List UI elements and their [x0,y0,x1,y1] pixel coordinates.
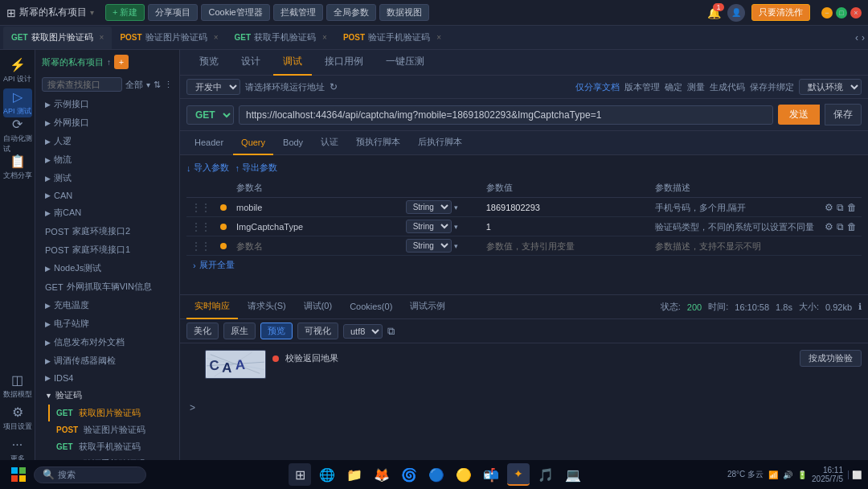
taskbar-app-4[interactable]: 🦊 [371,463,393,486]
default-env-select[interactable]: 默认环境 [799,79,862,95]
validate-btn[interactable]: 按成功验验 [800,350,862,367]
param-copy-icon[interactable]: ⧉ [837,202,844,213]
copy-icon[interactable]: ⧉ [387,325,395,338]
param-settings-icon[interactable]: ⚙ [825,202,833,213]
tab-preview[interactable]: 预览 [190,50,228,76]
mock-button[interactable]: 拦截管理 [273,4,323,21]
taskbar-app-7[interactable]: 🟡 [452,463,475,486]
encoding-select[interactable]: utf8 [343,324,383,339]
sidebar-sub-verify-img[interactable]: POST 验证图片验证码 [48,421,179,438]
sidebar-item-nodejs[interactable]: ▶ NodeJs测试 [35,259,179,277]
param-type-select[interactable]: String [406,220,452,233]
api-tab-1[interactable]: POST 验证图片验证码 × [112,27,226,49]
taskbar-app-9[interactable]: ✦ [507,463,530,486]
taskbar-search[interactable]: 🔍 搜索 [34,466,146,483]
visual-btn[interactable]: 可视化 [297,323,338,339]
sidebar-item-charge[interactable]: ▶ 充电温度 [35,296,179,314]
user-avatar[interactable]: 👤 [727,4,745,22]
expand-response-btn[interactable]: > [190,402,195,413]
tab-debug[interactable]: 调试 [273,50,312,76]
params-tab-query[interactable]: Query [233,131,273,155]
tab-stress[interactable]: 一键压测 [376,50,434,76]
collab-button[interactable]: 只要清洗作 [751,4,810,21]
left-nav-auto[interactable]: ⟳ 自动化测试 [3,121,32,150]
taskbar-time[interactable]: 16:11 2025/7/5 [812,466,843,483]
battery-icon[interactable]: 🔋 [797,471,807,479]
raw-btn[interactable]: 原生 [223,323,256,339]
param-value-input[interactable] [486,203,646,212]
sidebar-item-sensor[interactable]: ▶ 调酒传感器阈检 [35,351,179,370]
param-type-select[interactable]: String [406,239,452,253]
close-button[interactable]: × [850,7,862,18]
maximize-button[interactable]: □ [836,7,847,18]
param-type-select[interactable]: String [406,200,452,214]
sidebar-item-renlu[interactable]: ▶ 人逻 [35,132,179,150]
preview-btn[interactable]: 预览 [260,323,293,339]
sidebar-item-vin[interactable]: GET 外网抓取车辆VIN信息 [35,277,179,296]
tab-close[interactable]: × [214,33,219,42]
api-tab-0[interactable]: GET 获取图片验证码 × [3,27,112,49]
share-doc-btn[interactable]: 仅分享文档 [575,81,620,93]
sidebar-item-can[interactable]: ▶ CAN [35,187,179,203]
sidebar-item-ebadge[interactable]: ▶ 电子站牌 [35,314,179,333]
param-delete-icon[interactable]: 🗑 [847,202,857,213]
expand-all-btn[interactable]: › 展开全量 [186,256,862,274]
param-value-input[interactable] [486,241,646,251]
sidebar-item-nancan[interactable]: ▶ 南CAN [35,203,179,222]
sort-icon[interactable]: ⇅ [154,80,161,90]
minimize-button[interactable]: − [821,7,833,18]
api-tab-3[interactable]: POST 验证手机验证码 × [335,27,449,49]
left-nav-api[interactable]: ⚡ API 设计 [3,56,32,85]
show-desktop-btn[interactable]: ⬜ [848,471,862,479]
params-tab-header[interactable]: Header [186,131,231,155]
sidebar-new-button[interactable]: + [114,55,129,69]
sidebar-item-examples[interactable]: ▶ 示例接口 [35,95,179,113]
param-name-input[interactable] [236,241,396,251]
url-input[interactable] [239,105,773,125]
params-tab-body[interactable]: Body [275,131,311,155]
notification-icon[interactable]: 🔔1 [707,6,721,19]
param-desc-input[interactable] [655,241,815,251]
share-button[interactable]: 分享项目 [148,4,198,21]
sidebar-sub-get-captcha[interactable]: GET 获取图片验证码 [48,405,179,421]
taskbar-app-2[interactable]: 🌐 [316,463,338,486]
upload-icon[interactable]: ↑ [107,58,111,67]
left-nav-data[interactable]: ◫ 数据模型 [3,372,32,401]
sidebar-item-home1[interactable]: POST 家庭环境接口1 [35,240,179,259]
sidebar-item-info[interactable]: ▶ 信息发布对外文档 [35,333,179,351]
drag-handle[interactable]: ⋮⋮ [191,221,211,232]
response-tab-debug[interactable]: 调试(0) [296,295,340,319]
volume-icon[interactable]: 🔊 [783,471,792,479]
param-copy-icon[interactable]: ⧉ [837,221,844,232]
param-name-input[interactable] [236,222,396,232]
taskbar-app-5[interactable]: 🌀 [398,463,420,486]
save-bind-btn[interactable]: 保存并绑定 [750,81,794,93]
sidebar-item-ceshi[interactable]: ▶ 测试 [35,169,179,187]
sidebar-item-ids4[interactable]: ▶ IDS4 [35,370,179,386]
sidebar-item-captcha-group[interactable]: ▼ 验证码 [35,386,179,405]
more-options-icon[interactable]: ⋮ [164,80,173,90]
beautify-btn[interactable]: 美化 [186,323,219,339]
env-select[interactable]: 开发中 [186,79,240,95]
response-tab-headers[interactable]: 请求头(S) [240,295,294,319]
next-tab[interactable]: › [862,32,865,43]
codegen-btn[interactable]: 生成代码 [710,81,745,93]
left-nav-test[interactable]: ▷ API 测试 [3,88,32,117]
drag-handle[interactable]: ⋮⋮ [191,202,211,213]
params-button[interactable]: 全局参数 [326,4,376,21]
api-tab-2[interactable]: GET 获取手机验证码 × [226,27,334,49]
taskbar-app-11[interactable]: 💻 [562,463,584,486]
taskbar-app-10[interactable]: 🎵 [534,463,557,486]
param-desc-input[interactable] [655,222,815,232]
cookie-button[interactable]: Cookie管理器 [201,4,269,21]
response-tab-realtime[interactable]: 实时响应 [186,295,238,319]
measure-btn[interactable]: 测量 [687,81,705,93]
tab-close[interactable]: × [100,33,104,42]
filter-arrow[interactable]: ▾ [146,80,150,89]
export-params-btn[interactable]: ↑ 导出参数 [235,162,278,174]
taskbar-app-1[interactable]: ⊞ [289,463,311,486]
sidebar-item-home2[interactable]: POST 家庭环境接口2 [35,222,179,240]
sidebar-item-wuliu[interactable]: ▶ 物流 [35,150,179,169]
drag-handle[interactable]: ⋮⋮ [191,240,211,252]
taskbar-app-8[interactable]: 📬 [480,463,502,486]
